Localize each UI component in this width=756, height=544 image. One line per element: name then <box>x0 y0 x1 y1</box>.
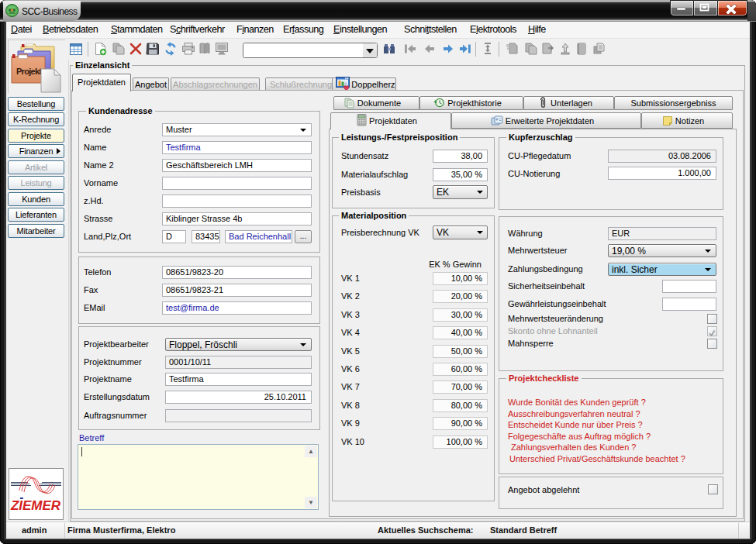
svg-text:Projekt: Projekt <box>16 67 42 76</box>
svg-text:ZIEMER: ZIEMER <box>10 498 61 513</box>
